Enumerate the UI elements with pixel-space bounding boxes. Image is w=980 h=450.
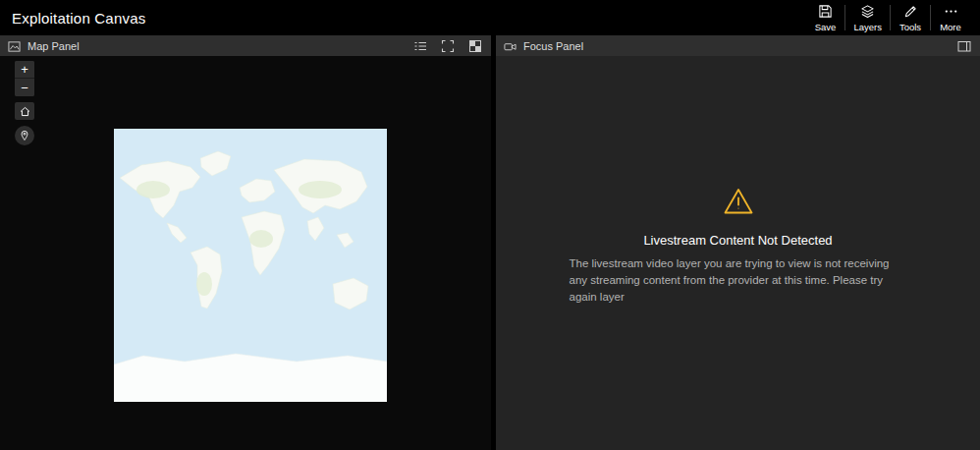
- map-panel-header: Map Panel: [0, 35, 491, 56]
- panel-toggle-icon: [957, 39, 971, 53]
- map-toolbar: + −: [15, 61, 34, 145]
- page-title: Exploitation Canvas: [12, 10, 145, 27]
- map-body[interactable]: + −: [0, 56, 491, 450]
- basemap-grid-icon: [468, 39, 482, 53]
- focus-panel-header: Focus Panel: [496, 35, 980, 56]
- topbar: Exploitation Canvas Save Layers: [0, 0, 980, 35]
- world-map[interactable]: [114, 129, 387, 402]
- home-icon: [19, 105, 31, 118]
- zoom-group: + −: [15, 61, 34, 96]
- locate-button[interactable]: [15, 126, 34, 145]
- more-icon: [944, 4, 958, 19]
- livestream-alert: Livestream Content Not Detected The live…: [570, 187, 907, 305]
- map-icon: [8, 39, 21, 52]
- save-label: Save: [815, 22, 837, 32]
- save-button[interactable]: Save: [805, 0, 844, 35]
- focus-body: Livestream Content Not Detected The live…: [496, 56, 980, 450]
- expand-button[interactable]: [440, 38, 456, 54]
- map-panel: Map Panel: [0, 35, 491, 450]
- layers-icon: [860, 4, 875, 19]
- zoom-out-button[interactable]: −: [15, 79, 34, 96]
- alert-heading: Livestream Content Not Detected: [643, 233, 832, 248]
- layers-label: Layers: [853, 22, 882, 32]
- basemap-grid-button[interactable]: [467, 38, 483, 54]
- warning-triangle-icon: [723, 187, 754, 220]
- more-button[interactable]: More: [931, 0, 970, 35]
- more-label: More: [940, 22, 961, 32]
- home-button[interactable]: [15, 102, 34, 120]
- panels: Map Panel: [0, 35, 980, 450]
- legend-list-icon: [413, 39, 427, 53]
- tools-icon: [903, 4, 918, 19]
- video-camera-icon: [504, 39, 517, 52]
- tools-label: Tools: [899, 22, 921, 32]
- zoom-in-button[interactable]: +: [15, 61, 34, 79]
- focus-panel-tools: [956, 38, 972, 54]
- save-icon: [818, 4, 833, 19]
- topbar-actions: Save Layers Tools: [805, 0, 970, 35]
- alert-body: The livestream video layer you are tryin…: [570, 255, 907, 305]
- focus-panel: Focus Panel Liv: [496, 35, 980, 450]
- legend-list-button[interactable]: [412, 38, 428, 54]
- layers-button[interactable]: Layers: [845, 0, 890, 35]
- tools-button[interactable]: Tools: [891, 0, 930, 35]
- expand-icon: [441, 39, 455, 53]
- location-pin-icon: [19, 130, 30, 141]
- map-panel-tools: [412, 38, 483, 54]
- focus-panel-title: Focus Panel: [523, 40, 583, 52]
- panel-toggle-button[interactable]: [956, 38, 972, 54]
- map-panel-title: Map Panel: [27, 40, 80, 52]
